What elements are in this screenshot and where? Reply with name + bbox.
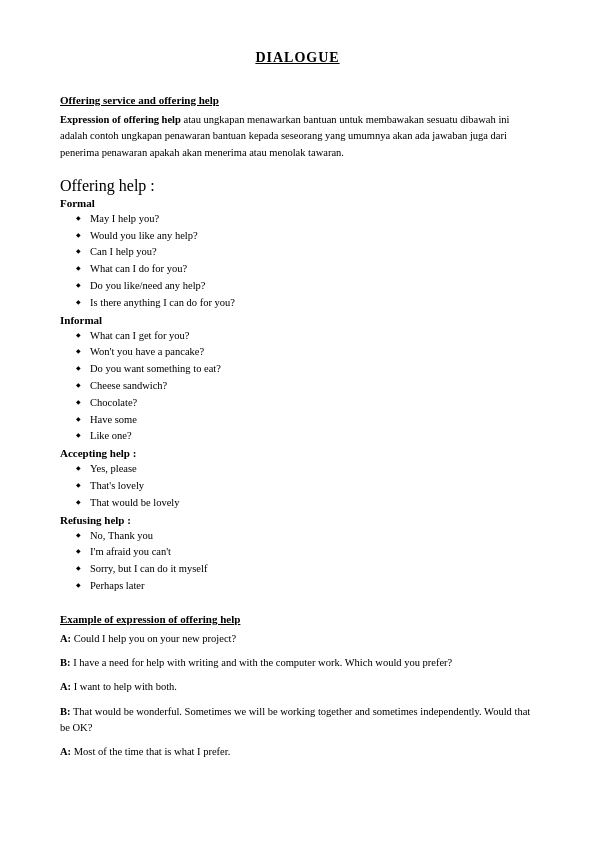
dialogue-text-1: Could I help you on your new project? (74, 633, 236, 644)
dialogue-line-3: A: I want to help with both. (60, 679, 535, 695)
speaker-a2: A: (60, 681, 71, 692)
list-item: That's lovely (76, 478, 535, 495)
list-item: May I help you? (76, 211, 535, 228)
list-item: No, Thank you (76, 528, 535, 545)
page-title: DIALOGUE (60, 50, 535, 66)
speaker-b2: B: (60, 706, 71, 717)
list-item: Do you like/need any help? (76, 278, 535, 295)
list-item: Is there anything I can do for you? (76, 295, 535, 312)
list-item: What can I do for you? (76, 261, 535, 278)
list-item: Sorry, but I can do it myself (76, 561, 535, 578)
informal-heading: Informal (60, 314, 535, 326)
list-item: Do you want something to eat? (76, 361, 535, 378)
list-item: That would be lovely (76, 495, 535, 512)
example-heading: Example of expression of offering help (60, 613, 535, 625)
refusing-list: No, Thank you I'm afraid you can't Sorry… (76, 528, 535, 595)
dialogue-text-3: I want to help with both. (74, 681, 177, 692)
example-rest: of expression of offering help (102, 613, 241, 625)
formal-list: May I help you? Would you like any help?… (76, 211, 535, 312)
speaker-b1: B: (60, 657, 71, 668)
list-item: Like one? (76, 428, 535, 445)
list-item: I'm afraid you can't (76, 544, 535, 561)
dialogue-text-4: That would be wonderful. Sometimes we wi… (60, 706, 530, 733)
formal-heading: Formal (60, 197, 535, 209)
intro-bold: Expression of offering help (60, 114, 181, 125)
dialogue-line-5: A: Most of the time that is what I prefe… (60, 744, 535, 760)
example-section: Example of expression of offering help A… (60, 613, 535, 761)
list-item: Can I help you? (76, 244, 535, 261)
accepting-heading: Accepting help : (60, 447, 535, 459)
informal-list: What can I get for you? Won't you have a… (76, 328, 535, 446)
dialogue-text-2: I have a need for help with writing and … (73, 657, 452, 668)
section-heading: Offering service and offering help (60, 94, 535, 106)
list-item: Cheese sandwich? (76, 378, 535, 395)
list-item: Chocolate? (76, 395, 535, 412)
dialogue-line-4: B: That would be wonderful. Sometimes we… (60, 704, 535, 737)
dialogue-line-1: A: Could I help you on your new project? (60, 631, 535, 647)
dialogue-text-5: Most of the time that is what I prefer. (74, 746, 231, 757)
example-heading-text: Example of expression of offering help (60, 613, 240, 625)
speaker-a3: A: (60, 746, 71, 757)
speaker-a1: A: (60, 633, 71, 644)
list-item: Perhaps later (76, 578, 535, 595)
intro-paragraph: Expression of offering help atau ungkapa… (60, 112, 535, 161)
list-item: Would you like any help? (76, 228, 535, 245)
list-item: Have some (76, 412, 535, 429)
example-bold: Example (60, 613, 102, 625)
list-item: Yes, please (76, 461, 535, 478)
list-item: Won't you have a pancake? (76, 344, 535, 361)
accepting-list: Yes, please That's lovely That would be … (76, 461, 535, 511)
dialogue-line-2: B: I have a need for help with writing a… (60, 655, 535, 671)
refusing-heading: Refusing help : (60, 514, 535, 526)
offering-help-title: Offering help : (60, 177, 535, 195)
list-item: What can I get for you? (76, 328, 535, 345)
